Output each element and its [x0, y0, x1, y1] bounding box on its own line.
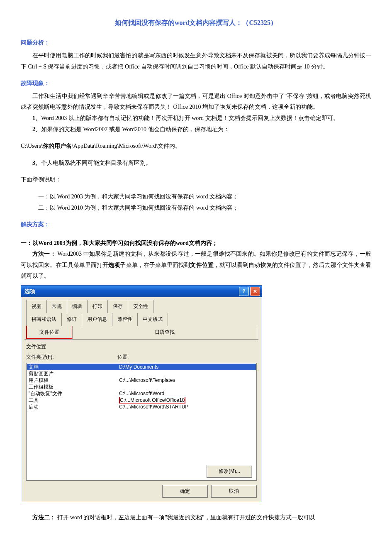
m2-lead: 方法二：: [32, 514, 56, 521]
list-item[interactable]: 工具C:\...Microsoft Office\Office10: [27, 397, 256, 403]
example-2: 二：以 Word 2010 为例，和大家共同学习如何找回没有保存的 word 文…: [21, 203, 371, 214]
section-solution-heading: 解决方案：: [21, 219, 371, 230]
close-icon[interactable]: ✕: [250, 287, 260, 296]
symptom-point-1: 1、Word 2003 以上的版本都有自动记忆的功能！再次开机打开 word 文…: [21, 113, 371, 124]
method-1: 方法一： Word2003 中如果你是新建的文档，从来都没保存过，一般是很难找不…: [21, 249, 371, 282]
solution-sub1-heading: 一：以Word 2003为例，和大家共同学习如何找回没有保存的word文档内容；: [21, 238, 371, 249]
tab-spelling[interactable]: 拼写和语法: [26, 313, 62, 326]
dialog-title: 选项: [24, 286, 35, 297]
p2a-text: 如果你的文档是 Word2007 或是 Word2010 他会自动保存的，保存地…: [41, 126, 229, 132]
p3-lead: 3、: [32, 160, 41, 166]
m1-opt: 选项: [108, 262, 120, 268]
p1-lead: 1、: [32, 115, 41, 121]
p2b-post: \AppData\Roaming\Microsoft\Word\文件内。: [72, 143, 181, 149]
tab-save[interactable]: 保存: [107, 300, 128, 313]
examples-intro: 下面举例说明：: [21, 174, 371, 186]
tab-chinese[interactable]: 中文版式: [137, 313, 168, 326]
section-analysis-heading: 问题分析：: [21, 37, 371, 49]
document-title: 如何找回没有保存的word文档内容撰写人：（C52325）: [21, 17, 371, 29]
tab-file-location[interactable]: 文件位置: [26, 326, 73, 340]
list-item[interactable]: 用户模板C:\...\Microsoft\Templates: [27, 377, 256, 384]
symptom-point-2b: C:\Users\你的用户名\AppData\Roaming\Microsoft…: [21, 141, 371, 152]
tab-compat[interactable]: 兼容性: [112, 313, 138, 326]
symptom-intro: 工作和生活中我们经常遇到辛辛苦苦地编辑或是修改了一篇文档，可是退出 Office…: [21, 91, 371, 113]
list-item[interactable]: "自动恢复"文件C:\...\Microsoft\Word: [27, 390, 256, 397]
tab-edit[interactable]: 编辑: [67, 300, 88, 313]
tab-revision[interactable]: 修订: [61, 313, 82, 326]
dialog-footer-buttons: 确定 取消: [26, 485, 257, 498]
col-filetype: 文件类型(F):: [26, 352, 117, 362]
tab-view[interactable]: 视图: [26, 300, 47, 313]
m1-b: 子菜单，在子菜单里面找到: [120, 262, 190, 268]
tab-security[interactable]: 安全性: [128, 300, 153, 313]
tab-row-3: 文件位置 日语查找: [24, 326, 258, 340]
tab-userinfo[interactable]: 用户信息: [82, 313, 112, 326]
tab-row-2: 拼写和语法 修订 用户信息 兼容性 中文版式: [24, 313, 258, 326]
help-icon[interactable]: ?: [239, 287, 249, 296]
p1-text: Word 2003 以上的版本都有自动记忆的功能！再次开机打开 word 文档是…: [41, 115, 339, 121]
section-symptom-heading: 故障现象：: [21, 78, 371, 89]
p2b-bold: 你的用户名: [43, 143, 72, 149]
p3-text: 个人电脑系统不同可能文档目录有所区别。: [41, 160, 151, 166]
symptom-point-3: 3、个人电脑系统不同可能文档目录有所区别。: [21, 158, 371, 169]
titlebar-buttons: ? ✕: [239, 287, 260, 296]
symptom-point-2a: 2、如果你的文档是 Word2007 或是 Word2010 他会自动保存的，保…: [21, 124, 371, 135]
m2-text: 打开 word 的对话框时，左边最上面有一项"我最近的文档"，里面就有打开过的文…: [56, 514, 315, 521]
file-location-list[interactable]: 文档D:\My Documents 剪贴画图片 用户模板C:\...\Micro…: [26, 363, 257, 481]
list-item[interactable]: 剪贴画图片: [27, 370, 256, 377]
tab-japanese-search[interactable]: 日语查找: [72, 326, 257, 340]
panel-label: 文件位置: [26, 342, 257, 352]
col-location: 位置:: [117, 352, 257, 362]
tab-print[interactable]: 打印: [87, 300, 108, 313]
method-2: 方法二： 打开 word 的对话框时，左边最上面有一项"我最近的文档"，里面就有…: [21, 512, 371, 523]
tabs-container: 视图 常规 编辑 打印 保存 安全性 拼写和语法 修订 用户信息 兼容性 中文版…: [24, 300, 258, 340]
tab-row-1: 视图 常规 编辑 打印 保存 安全性: [24, 300, 258, 313]
cancel-button[interactable]: 取消: [211, 485, 257, 498]
p2-lead: 2、: [32, 126, 41, 132]
dialog-body: 视图 常规 编辑 打印 保存 安全性 拼写和语法 修订 用户信息 兼容性 中文版…: [21, 297, 262, 502]
m1-fileloc: 文件位置: [190, 262, 213, 268]
column-headers: 文件类型(F): 位置:: [26, 352, 257, 362]
modify-button[interactable]: 修改(M)...: [207, 465, 252, 478]
list-item[interactable]: 工作组模板: [27, 384, 256, 390]
tab-general[interactable]: 常规: [46, 300, 67, 313]
ok-button[interactable]: 确定: [162, 485, 208, 498]
list-item[interactable]: 启动C:\...\Microsoft\Word\STARTUP: [27, 403, 256, 410]
analysis-text: 在平时使用电脑工作的时候我们最害怕的就是写东西的时候发生意外导致文档来不及保存就…: [21, 50, 371, 72]
example-1: 一：以 Word 2003 为例，和大家共同学习如何找回没有保存的 word 文…: [21, 191, 371, 203]
list-item[interactable]: 文档D:\My Documents: [27, 364, 256, 370]
options-dialog: 选项 ? ✕ 视图 常规 编辑 打印 保存 安全性 拼写和语法 修订 用户信息 …: [21, 285, 262, 502]
p2b-pre: C:\Users\: [21, 143, 43, 149]
m1-lead: 方法一：: [32, 251, 56, 257]
dialog-titlebar: 选项 ? ✕: [21, 286, 262, 297]
